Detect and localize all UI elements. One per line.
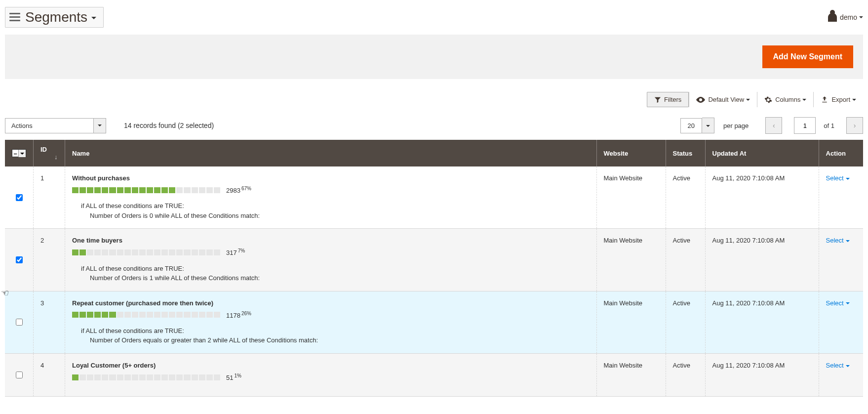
per-page-label: per page	[723, 122, 749, 129]
chevron-down-icon	[91, 13, 96, 21]
row-updated-at: Aug 11, 2020 7:10:08 AM	[705, 166, 819, 229]
row-count: 298367%	[226, 186, 251, 194]
row-updated-at: Aug 11, 2020 7:10:08 AM	[705, 353, 819, 396]
user-name: demo	[840, 13, 857, 21]
page-total-label: of 1	[824, 122, 834, 129]
row-checkbox[interactable]	[16, 256, 23, 263]
eye-icon	[696, 96, 705, 103]
table-row[interactable]: 1Without purchases298367%if ALL of these…	[5, 166, 863, 229]
column-header-checkbox[interactable]: –	[5, 140, 34, 166]
row-updated-at: Aug 11, 2020 7:10:08 AM	[705, 229, 819, 291]
page-number-input[interactable]	[794, 117, 816, 134]
chevron-down-icon	[846, 302, 850, 304]
row-website: Main Website	[596, 353, 666, 396]
row-checkbox[interactable]	[16, 194, 23, 201]
row-pct: 1%	[234, 373, 241, 378]
progress-bar	[72, 312, 220, 318]
row-pct: 7%	[238, 248, 245, 253]
row-status: Active	[666, 229, 705, 291]
chevron-down-icon	[852, 99, 856, 101]
columns-label: Columns	[775, 96, 800, 103]
row-status: Active	[666, 353, 705, 396]
indeterminate-icon: –	[12, 151, 18, 156]
export-icon	[821, 96, 829, 104]
gear-icon	[764, 96, 772, 104]
column-header-updated-at[interactable]: Updated At	[705, 140, 819, 166]
chevron-down-icon	[846, 365, 850, 367]
row-checkbox[interactable]	[16, 319, 23, 326]
row-conditions: if ALL of these conditions are TRUE:Numb…	[81, 326, 590, 345]
row-name: One time buyers	[72, 237, 590, 244]
page-title-text: Segments	[25, 9, 87, 25]
row-id: 1	[34, 166, 65, 229]
row-select-action[interactable]: Select	[826, 237, 850, 244]
row-select-action[interactable]: Select	[826, 299, 850, 307]
chevron-down-icon	[802, 99, 806, 101]
filter-icon	[654, 96, 661, 103]
row-count: 511%	[226, 373, 241, 381]
next-page-button[interactable]: ›	[846, 117, 863, 134]
row-updated-at: Aug 11, 2020 7:10:08 AM	[705, 291, 819, 353]
column-header-website[interactable]: Website	[596, 140, 666, 166]
segments-grid: – ID Name Website Status Updated At Acti…	[5, 140, 863, 397]
chevron-down-icon	[746, 99, 750, 101]
row-count: 3177%	[226, 248, 245, 256]
page-title[interactable]: Segments	[5, 7, 104, 28]
row-status: Active	[666, 166, 705, 229]
row-website: Main Website	[596, 291, 666, 353]
export-button[interactable]: Export	[813, 92, 863, 107]
default-view-label: Default View	[708, 96, 744, 103]
menu-icon	[9, 13, 20, 22]
row-name: Loyal Customer (5+ orders)	[72, 362, 590, 369]
row-pct: 26%	[241, 311, 251, 316]
chevron-down-icon	[18, 150, 26, 157]
column-header-action[interactable]: Action	[819, 140, 863, 166]
row-website: Main Website	[596, 166, 666, 229]
row-status: Active	[666, 291, 705, 353]
table-row[interactable]: 3Repeat customer (purchased more then tw…	[5, 291, 863, 353]
row-website: Main Website	[596, 229, 666, 291]
actions-label: Actions	[5, 118, 94, 133]
chevron-down-icon	[702, 118, 714, 133]
sort-arrow-icon	[54, 153, 58, 161]
row-name: Repeat customer (purchased more then twi…	[72, 299, 590, 307]
table-row[interactable]: 2One time buyers3177%if ALL of these con…	[5, 229, 863, 291]
row-pct: 67%	[241, 186, 251, 191]
row-conditions: if ALL of these conditions are TRUE:Numb…	[81, 201, 590, 220]
default-view-button[interactable]: Default View	[689, 92, 757, 107]
row-id: 2	[34, 229, 65, 291]
actions-dropdown[interactable]: Actions	[5, 118, 106, 133]
records-found-text: 14 records found (2 selected)	[124, 122, 214, 129]
user-icon	[828, 13, 837, 22]
column-header-status[interactable]: Status	[666, 140, 705, 166]
row-count: 117826%	[226, 311, 251, 319]
row-id: 4	[34, 353, 65, 396]
per-page-value: 20	[680, 118, 702, 133]
row-name: Without purchases	[72, 174, 590, 182]
progress-bar	[72, 374, 220, 380]
column-header-name[interactable]: Name	[65, 140, 597, 166]
progress-bar	[72, 187, 220, 193]
add-new-segment-button[interactable]: Add New Segment	[762, 45, 853, 68]
row-conditions: if ALL of these conditions are TRUE:Numb…	[81, 264, 590, 283]
chevron-down-icon	[846, 178, 850, 180]
chevron-down-icon	[859, 16, 863, 18]
chevron-down-icon	[846, 240, 850, 242]
filters-button[interactable]: Filters	[647, 92, 689, 107]
per-page-select[interactable]: 20	[680, 118, 714, 133]
row-id: 3	[34, 291, 65, 353]
filters-label: Filters	[664, 96, 681, 103]
user-menu[interactable]: demo	[828, 13, 863, 22]
chevron-down-icon	[94, 118, 106, 133]
table-row[interactable]: 4Loyal Customer (5+ orders)511%Main Webs…	[5, 353, 863, 396]
prev-page-button[interactable]: ‹	[765, 117, 782, 134]
export-label: Export	[831, 96, 850, 103]
row-checkbox[interactable]	[16, 372, 23, 378]
row-select-action[interactable]: Select	[826, 174, 850, 182]
column-header-id[interactable]: ID	[34, 140, 65, 166]
columns-button[interactable]: Columns	[757, 92, 813, 107]
row-select-action[interactable]: Select	[826, 362, 850, 369]
progress-bar	[72, 249, 220, 255]
